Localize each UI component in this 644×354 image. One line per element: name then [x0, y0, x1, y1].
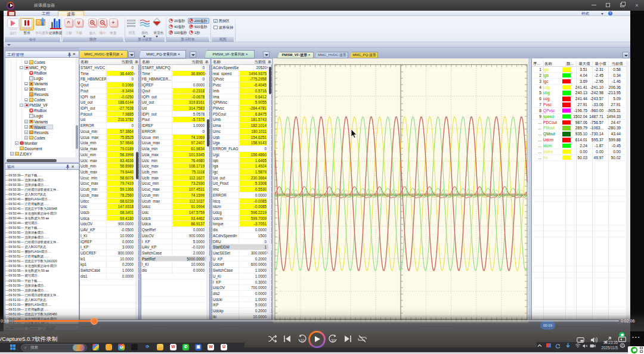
svg-text:30: 30 [331, 339, 336, 343]
svg-text:10: 10 [301, 339, 305, 343]
